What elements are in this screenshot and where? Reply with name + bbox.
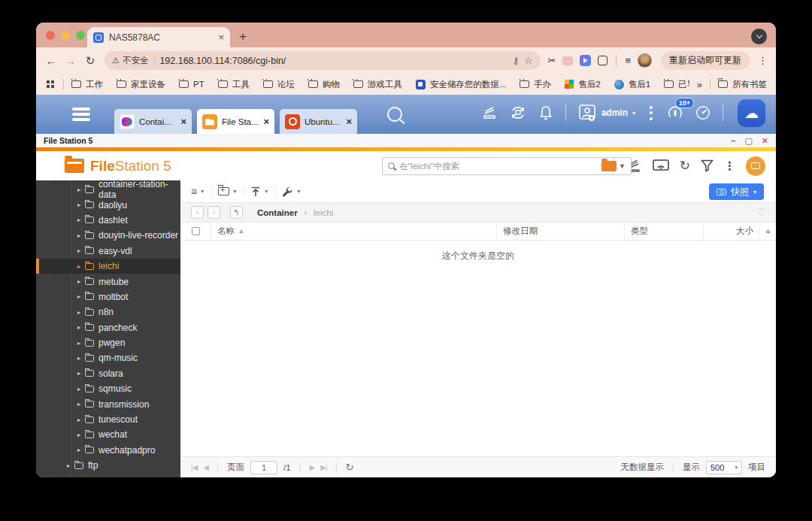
bookmarks-overflow-icon[interactable]: »	[697, 79, 702, 90]
user-menu[interactable]: admin ▾	[577, 104, 635, 122]
screenshot-extension-icon[interactable]: ✂	[548, 55, 556, 66]
expand-caret-icon[interactable]: ▸	[77, 293, 80, 300]
bookmark-item[interactable]: 工具	[218, 79, 250, 90]
tab-search-button[interactable]	[751, 29, 767, 44]
filter-funnel-icon[interactable]	[701, 159, 714, 172]
expand-caret-icon[interactable]: ▸	[77, 309, 80, 316]
more-actions-button[interactable]: ▾	[282, 186, 308, 197]
bookmark-item[interactable]: 工作	[71, 79, 103, 90]
column-header-type[interactable]: 类型	[624, 223, 703, 240]
expand-caret-icon[interactable]: ▸	[77, 370, 80, 377]
cast-to-screen-icon[interactable]	[653, 159, 669, 172]
tree-folder-item[interactable]: ▸ metube	[36, 274, 180, 289]
add-column-button[interactable]: +	[759, 223, 776, 240]
close-icon[interactable]: ✕	[762, 136, 768, 146]
refresh-icon[interactable]: ↻	[680, 158, 690, 174]
bookmark-item[interactable]: 手办	[520, 79, 551, 90]
first-page-button[interactable]: |◀	[191, 463, 197, 471]
browser-tab[interactable]: NAS5878AC ×	[87, 27, 230, 47]
restore-icon[interactable]: ▢	[744, 136, 752, 146]
forward-button[interactable]: →	[62, 54, 79, 67]
select-all-checkbox[interactable]	[192, 227, 200, 235]
expand-caret-icon[interactable]: ▸	[77, 247, 80, 254]
extensions-puzzle-icon[interactable]	[598, 56, 607, 65]
column-header-modified[interactable]: 修改日期	[496, 223, 624, 240]
view-mode-button[interactable]: ≡ ▾	[191, 186, 212, 198]
chrome-update-button[interactable]: 重新启动即可更新	[661, 51, 750, 70]
tree-folder-item[interactable]: ▸ wechatpadpro	[36, 443, 180, 458]
reload-button[interactable]: ↻	[82, 54, 98, 68]
column-header-name[interactable]: 名称 ▲	[211, 223, 496, 240]
notifications-bell-icon[interactable]	[538, 105, 554, 121]
tree-folder-item[interactable]: ▸ qm-music	[36, 350, 180, 365]
expand-caret-icon[interactable]: ▸	[77, 340, 80, 347]
new-tab-button[interactable]: +	[239, 29, 247, 44]
expand-caret-icon[interactable]: ▸	[77, 355, 80, 362]
myqnapcloud-icon[interactable]: ☁	[738, 99, 765, 127]
more-options-icon[interactable]	[647, 106, 656, 120]
breadcrumb-root[interactable]: Container	[257, 208, 298, 217]
bookmark-item[interactable]: 售后2	[565, 79, 600, 90]
tree-folder-item[interactable]: ▸ pwgen	[36, 335, 180, 350]
app-close-icon[interactable]: ×	[346, 116, 352, 127]
tree-folder-item[interactable]: ▸ ftp	[36, 458, 180, 473]
tree-folder-item[interactable]: ▸ moltbot	[36, 289, 180, 304]
history-forward-button[interactable]: ›	[208, 206, 220, 219]
tree-folder-item[interactable]: ▸ daoliyu	[36, 197, 180, 212]
expand-caret-icon[interactable]: ▸	[77, 401, 80, 407]
tree-folder-item[interactable]: ▸ n8n	[36, 304, 180, 320]
browser-menu-icon[interactable]: ⋮	[756, 55, 769, 66]
bookmark-item[interactable]: PT	[179, 80, 205, 89]
expand-caret-icon[interactable]: ▸	[77, 263, 80, 270]
tree-folder-item[interactable]: ▸ pancheck	[36, 320, 180, 335]
tree-folder-item[interactable]: ▸ container-station-data	[36, 182, 180, 197]
back-button[interactable]: ←	[43, 54, 59, 67]
profile-avatar[interactable]	[638, 53, 652, 68]
all-bookmarks-button[interactable]: 所有书签	[718, 79, 767, 90]
page-size-select[interactable]: 500 ▾	[706, 461, 742, 474]
tree-folder-item[interactable]: ▸ tunescout	[36, 412, 180, 427]
tree-folder-item[interactable]: ▸ solara	[36, 366, 180, 381]
prev-page-button[interactable]: ◀	[203, 463, 208, 471]
expand-caret-icon[interactable]: ▸	[77, 217, 80, 223]
dashboard-speedometer-icon[interactable]	[695, 105, 711, 121]
sync-icon[interactable]	[510, 105, 526, 121]
refresh-list-icon[interactable]: ↻	[346, 462, 354, 473]
minimize-window-button[interactable]	[61, 31, 70, 40]
tree-folder-item[interactable]: ▸ leichi	[36, 259, 180, 274]
tree-folder-item[interactable]: ▸ wechat	[36, 427, 180, 442]
history-back-button[interactable]: ‹	[191, 206, 204, 219]
tree-folder-item[interactable]: ▸ sqmusic	[36, 381, 180, 396]
minimize-icon[interactable]: –	[731, 136, 735, 145]
app-tab[interactable]: Contai... ×	[114, 109, 192, 134]
create-folder-button[interactable]: ▾	[218, 187, 244, 195]
app-close-icon[interactable]: ×	[180, 116, 186, 127]
bookmark-item[interactable]: 游戏工具	[353, 79, 402, 90]
expand-caret-icon[interactable]: ▸	[77, 324, 80, 331]
app-tab[interactable]: Ubuntu... ×	[280, 109, 357, 134]
more-menu-icon[interactable]: ⋮	[724, 159, 735, 173]
expand-caret-icon[interactable]: ▸	[77, 201, 80, 208]
tab-list-icon[interactable]: ≡	[625, 55, 631, 66]
tree-folder-item[interactable]: ▸ dashlet	[36, 213, 180, 228]
bookmark-item[interactable]: 购物	[308, 79, 340, 90]
next-page-button[interactable]: ▶	[310, 463, 315, 471]
expand-caret-icon[interactable]: ▸	[77, 232, 80, 239]
pink-extension-icon[interactable]	[562, 56, 573, 65]
search-box[interactable]: ▼	[382, 157, 632, 175]
expand-caret-icon[interactable]: ▸	[77, 386, 80, 392]
page-number-input[interactable]	[250, 461, 277, 474]
main-menu-icon[interactable]	[72, 108, 90, 121]
window-title-bar[interactable]: File Station 5 – ▢ ✕	[36, 134, 776, 147]
column-header-size[interactable]: 大小	[703, 223, 759, 240]
last-page-button[interactable]: ▶|	[320, 463, 326, 471]
tab-close-icon[interactable]: ×	[218, 32, 224, 43]
background-task-status-icon[interactable]	[746, 156, 765, 176]
close-window-button[interactable]	[46, 31, 55, 40]
app-close-icon[interactable]: ×	[263, 116, 269, 127]
expand-caret-icon[interactable]: ▸	[67, 462, 70, 469]
app-tab[interactable]: File Sta... ×	[197, 109, 274, 134]
expand-caret-icon[interactable]: ▸	[77, 416, 80, 423]
blue-extension-icon[interactable]	[580, 55, 591, 66]
bookmark-item[interactable]: 已导入	[664, 79, 689, 90]
